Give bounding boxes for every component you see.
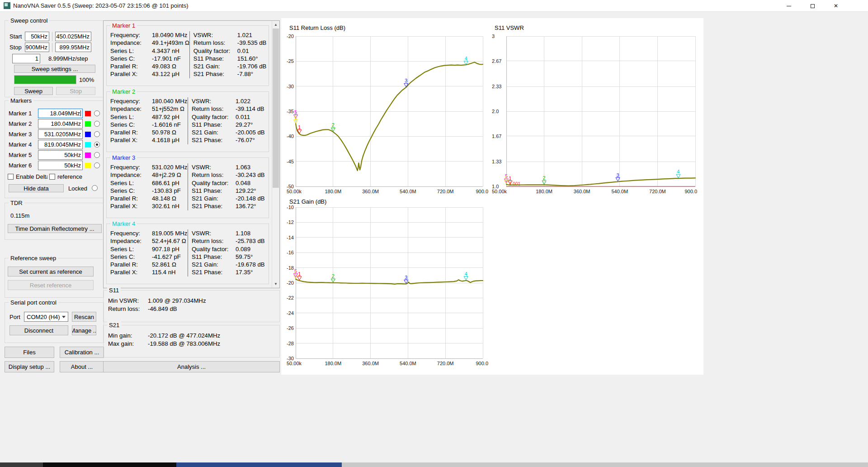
marker-detail-row: S21 Gain:-19.678 dB [192, 261, 265, 268]
svg-text:180.0M: 180.0M [536, 189, 552, 194]
rescan-button[interactable]: Rescan [72, 312, 96, 322]
start-label: Start [9, 33, 25, 40]
svg-text:2.33: 2.33 [492, 84, 501, 89]
port-label: Port [9, 314, 20, 320]
svg-text:3: 3 [492, 33, 495, 39]
scrollbar-thumb[interactable] [273, 29, 279, 188]
marker-color-swatch[interactable] [85, 152, 91, 158]
reference-sweep-group: Reference sweep Set current as reference… [5, 258, 104, 298]
marker-select-radio[interactable] [94, 142, 100, 148]
marker-select-radio[interactable] [94, 110, 100, 116]
marker-select-radio[interactable] [94, 121, 100, 127]
hide-data-button[interactable]: Hide data [9, 184, 64, 192]
s21-summary-title: S21 [107, 322, 121, 329]
marker-field-value: 49.083 Ω [152, 62, 189, 70]
port-combobox[interactable]: COM20 (H4) [24, 312, 68, 322]
marker-color-swatch[interactable] [85, 121, 91, 127]
files-button[interactable]: Files [5, 347, 54, 358]
marker-select-radio[interactable] [94, 152, 100, 158]
reference-checkbox[interactable] [49, 174, 55, 180]
marker-frequency-value: 18.049MHz [50, 110, 80, 117]
marker-color-swatch[interactable] [85, 142, 91, 148]
marker-frequency-input[interactable]: 50kHz [38, 150, 83, 160]
marker-color-swatch[interactable] [85, 111, 91, 116]
s11-summary-title: S11 [107, 287, 121, 294]
scroll-down-icon[interactable]: ▼ [272, 280, 279, 288]
chart-area: -20-25-30-35-40-45-5050.00k180.0M360.0M5… [281, 18, 703, 375]
marker-detail-row: Quality factor:0.01 [193, 47, 267, 55]
segments-input[interactable]: 1 [12, 54, 40, 63]
minimize-button[interactable] [777, 0, 801, 12]
sweep-settings-button[interactable]: Sweep settings ... [14, 65, 95, 73]
marker-color-swatch[interactable] [85, 132, 91, 137]
s11-return-loss-chart[interactable]: -20-25-30-35-40-45-5050.00k180.0M360.0M5… [286, 22, 490, 197]
about-button[interactable]: About ... [60, 361, 104, 372]
marker-field-value: 0.048 [236, 179, 265, 187]
scrollbar[interactable]: ▲ ▼ [272, 21, 279, 288]
svg-text:360.0M: 360.0M [574, 189, 590, 194]
marker-detail-row: Parallel R:48.148 Ω [110, 195, 188, 202]
marker-field-value: -25.783 dB [236, 237, 265, 245]
marker-field-label: Series L: [110, 47, 152, 55]
calibration-button[interactable]: Calibration ... [60, 347, 104, 358]
marker-detail-row: Return loss:-39.114 dB [192, 105, 265, 113]
marker-select-radio[interactable] [94, 162, 100, 168]
marker-select-radio[interactable] [94, 131, 100, 137]
svg-text:2.67: 2.67 [492, 58, 501, 64]
window-controls: ✕ [777, 0, 848, 12]
marker-row: Marker 550kHz [9, 150, 101, 160]
svg-text:-40: -40 [287, 133, 294, 139]
marker-frequency-input[interactable]: 18.049MHz [38, 109, 83, 118]
marker-frequency-input[interactable]: 50kHz [38, 161, 83, 170]
marker-field-value: 151.60° [237, 55, 267, 62]
marker-frequency-input[interactable]: 531.0205MHz [38, 129, 83, 139]
manage-button[interactable]: Manage ... [72, 325, 96, 335]
sweep-stop-input[interactable]: 900MHz [25, 43, 49, 52]
summary-value: -46.849 dB [148, 305, 275, 313]
marker-field-label: Return loss: [192, 237, 236, 245]
analysis-button[interactable]: Analysis ... [103, 361, 280, 372]
disconnect-button[interactable]: Disconnect [9, 325, 68, 335]
marker-frequency-input[interactable]: 819.0045MHz [38, 140, 83, 149]
taskbar-segment [342, 462, 868, 467]
display-setup-button[interactable]: Display setup ... [5, 361, 54, 372]
marker-detail-row: Quality factor:0.089 [192, 245, 265, 253]
stop-button[interactable]: Stop [56, 87, 95, 95]
marker-field-value: 4.1618 µH [152, 136, 188, 144]
sweep-button[interactable]: Sweep [14, 87, 53, 95]
marker-detail-row: Parallel X:302.61 nH [110, 202, 188, 210]
sweep-center-input[interactable]: 450.025MHz [55, 32, 91, 41]
marker-detail-row: Frequency:18.0490 MHz [110, 31, 189, 39]
marker-field-value: -1.6016 nF [152, 121, 188, 129]
reference-sweep-label: Reference sweep [9, 255, 58, 262]
marker-detail-row: Parallel X:4.1618 µH [110, 136, 188, 144]
s21-gain-chart[interactable]: -10-12-14-16-18-20-22-24-26-28-3050.00k1… [286, 195, 490, 370]
marker-field-value: 49.1+j493m Ω [152, 39, 189, 47]
marker-detail-row: Return loss:-39.535 dB [193, 39, 267, 47]
close-button[interactable]: ✕ [824, 0, 848, 12]
tdr-button[interactable]: Time Domain Reflectometry ... [8, 224, 102, 233]
marker-field-value: 0.089 [236, 245, 265, 253]
marker-field-value: 50.978 Ω [152, 129, 188, 136]
markers-group: Markers Marker 118.049MHzMarker 2180.04M… [5, 100, 104, 198]
scroll-up-icon[interactable]: ▲ [272, 21, 279, 29]
locked-radio[interactable] [92, 185, 98, 191]
enable-delta-checkbox[interactable] [8, 174, 14, 180]
sweep-span-input[interactable]: 899.95MHz [55, 43, 91, 52]
rl-chart-svg: -20-25-30-35-40-45-5050.00k180.0M360.0M5… [286, 22, 490, 197]
reset-reference-button[interactable]: Reset reference [8, 280, 94, 290]
marker-color-swatch[interactable] [85, 163, 91, 168]
marker-frequency-input[interactable]: 180.04MHz [38, 119, 83, 129]
marker-detail-title: Marker 3 [110, 154, 137, 161]
s11-vswr-chart[interactable]: 32.672.332.01.671.331.050.00k180.0M360.0… [491, 22, 699, 197]
sweep-start-input[interactable]: 50kHz [25, 32, 49, 41]
marker-field-value: -39.535 dB [237, 39, 267, 47]
set-reference-button[interactable]: Set current as reference [8, 267, 94, 276]
marker-detail-columns: Frequency:180.040 MHzImpedance:51+j552m … [110, 97, 265, 144]
svg-text:S11 Return Loss (dB): S11 Return Loss (dB) [289, 24, 345, 31]
marker-field-label: S21 Gain: [193, 62, 237, 70]
marker-field-label: Quality factor: [192, 245, 236, 253]
maximize-button[interactable] [801, 0, 824, 12]
svg-text:2.0: 2.0 [492, 109, 499, 114]
svg-text:4: 4 [465, 56, 467, 61]
